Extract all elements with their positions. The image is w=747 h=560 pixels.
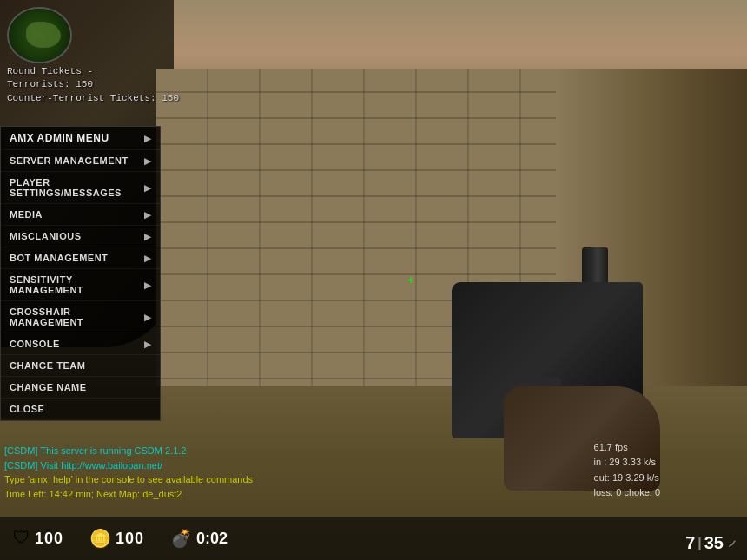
menu-label-misclanious: MISCLANIOUS	[10, 231, 82, 241]
menu-label-player-settings: PLAYER SETTINGS/MESSAGES	[10, 177, 144, 198]
net-loss: loss: 0 choke: 0	[594, 485, 660, 501]
arrow-console: ▶	[144, 339, 152, 349]
minimap-blob	[26, 22, 61, 48]
menu-label-console: CONSOLE	[10, 339, 60, 349]
admin-menu: AMX Admin menu ▶ SERVER MANAGEMENT ▶ PLA…	[0, 126, 161, 421]
menu-item-sensitivity[interactable]: SENSITIVITY MANAGEMENT ▶	[1, 269, 160, 301]
menu-label-amx-admin: AMX Admin menu	[10, 132, 109, 144]
round-tickets-info: Round Tickets - Terrorists: 150 Counter-…	[7, 65, 179, 105]
arrow-player-settings: ▶	[144, 183, 152, 193]
health-section: 🛡 100	[13, 528, 63, 549]
armor-section: 🪙 100	[89, 528, 144, 550]
ammo-divider: |	[697, 536, 701, 551]
menu-label-change-team: CHANGE TEAM	[10, 360, 85, 371]
game-viewport: + Round Tickets - Terrorists: 150 Counte…	[0, 0, 747, 560]
menu-label-change-name: CHANGE NAME	[10, 382, 87, 392]
arrow-crosshair: ▶	[144, 313, 152, 322]
timer-section: 💣 0:02	[170, 528, 228, 550]
arrow-amx-admin: ▶	[144, 134, 152, 143]
menu-item-crosshair[interactable]: CROSSHAIR MANAGEMENT ▶	[1, 301, 160, 333]
menu-item-close[interactable]: CLOSE	[1, 399, 160, 420]
menu-item-change-team[interactable]: CHANGE TEAM	[1, 355, 160, 377]
ammo-reserve: 35	[704, 533, 724, 553]
menu-item-change-name[interactable]: CHANGE NAME	[1, 377, 160, 399]
ct-label: Counter-Terrorist Tickets: 150	[7, 92, 179, 105]
menu-item-media[interactable]: MEDIA ▶	[1, 204, 160, 226]
console-msg-4: Time Left: 14:42 min; Next Map: de_dust2	[4, 487, 253, 502]
menu-label-sensitivity: SENSITIVITY MANAGEMENT	[10, 274, 144, 295]
console-msg-1: [CSDM] This server is running CSDM 2.1.2	[4, 444, 253, 458]
net-out: out: 19 3.29 k/s	[594, 471, 660, 486]
minimap-inner	[9, 9, 70, 62]
terrorists-label: Terrorists: 150	[7, 78, 179, 91]
armor-value: 100	[116, 530, 144, 548]
ammo-loaded: 7	[685, 533, 695, 553]
arrow-bot-management: ▶	[144, 254, 152, 263]
console-messages: [CSDM] This server is running CSDM 2.1.2…	[4, 444, 253, 501]
arrow-server-management: ▶	[144, 156, 152, 166]
net-stats: 61.7 fps in : 29 3.33 k/s out: 19 3.29 k…	[594, 440, 660, 501]
menu-item-player-settings[interactable]: PLAYER SETTINGS/MESSAGES ▶	[1, 172, 160, 204]
menu-item-misclanious[interactable]: MISCLANIOUS ▶	[1, 226, 160, 247]
timer-icon: 💣	[170, 528, 192, 550]
menu-item-console[interactable]: CONSOLE ▶	[1, 333, 160, 355]
hud-bar: 🛡 100 🪙 100 💣 0:02 7 | 35 ⟋	[0, 517, 747, 560]
menu-label-bot-management: BOT MANAGEMENT	[10, 253, 108, 263]
menu-label-media: MEDIA	[10, 209, 43, 220]
net-in: in : 29 3.33 k/s	[594, 455, 660, 471]
armor-icon: 🪙	[89, 528, 111, 550]
arrow-misclanious: ▶	[144, 232, 152, 241]
ammo-slash: ⟋	[726, 537, 738, 550]
arrow-sensitivity: ▶	[144, 280, 152, 290]
console-msg-2: [CSDM] Visit http://www.bailopan.net/	[4, 458, 253, 473]
menu-item-bot-management[interactable]: BOT MANAGEMENT ▶	[1, 247, 160, 269]
console-msg-3: Type 'amx_help' in the console to see av…	[4, 472, 253, 487]
fps-display: 61.7 fps	[594, 440, 660, 456]
menu-label-close: CLOSE	[10, 404, 44, 414]
menu-label-server-management: SERVER MANAGEMENT	[10, 155, 129, 166]
timer-value: 0:02	[196, 530, 228, 548]
minimap	[7, 7, 72, 63]
health-value: 100	[35, 530, 63, 548]
health-icon: 🛡	[13, 528, 30, 549]
arrow-media: ▶	[144, 210, 152, 220]
menu-label-crosshair: CROSSHAIR MANAGEMENT	[10, 306, 144, 327]
menu-item-amx-admin[interactable]: AMX Admin menu ▶	[1, 127, 160, 150]
crosshair: +	[407, 273, 414, 287]
menu-item-server-management[interactable]: SERVER MANAGEMENT ▶	[1, 150, 160, 172]
round-tickets-label: Round Tickets -	[7, 65, 179, 78]
ammo-display: 7 | 35 ⟋	[685, 533, 738, 553]
